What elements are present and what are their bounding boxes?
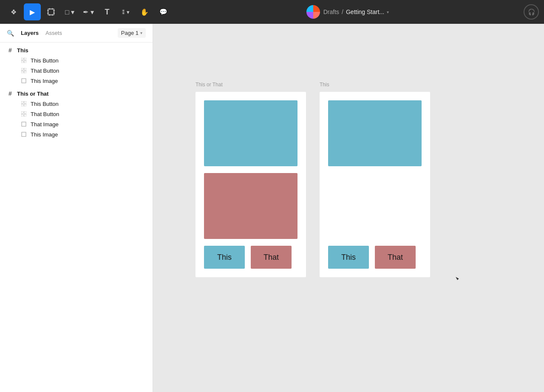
toolbar-right: 🎧 — [524, 4, 539, 20]
grid-icon-2 — [20, 67, 27, 74]
select-tool-button[interactable]: ▶ — [24, 3, 41, 20]
rect-icon-3 — [20, 131, 27, 138]
grid-icon-1 — [20, 57, 27, 64]
page-chevron: ▾ — [140, 31, 142, 35]
canvas[interactable]: This or That This That This Th — [153, 24, 544, 392]
component-set-button[interactable]: ⁑ ▾ — [117, 3, 134, 20]
frame-this-or-that-label: This or That — [196, 82, 223, 88]
search-icon[interactable]: 🔍 — [7, 30, 14, 37]
component-tool-button[interactable]: ❖ — [5, 3, 22, 20]
canvas-content: This or That This That This Th — [196, 92, 430, 277]
layer-group-this-or-that[interactable]: # This or That — [0, 88, 153, 99]
frame-this-or-that-wrapper: This or That This That — [196, 92, 306, 277]
comment-tool-button[interactable]: 💬 — [155, 3, 172, 20]
svg-rect-15 — [21, 71, 23, 73]
buttons-row-1: This That — [204, 246, 298, 269]
layer-group-this-or-that-label: This or That — [17, 91, 48, 97]
pink-rect-1 — [204, 173, 298, 239]
svg-rect-16 — [24, 71, 26, 73]
svg-rect-20 — [21, 104, 23, 106]
svg-rect-25 — [24, 114, 26, 116]
grid-icon-3 — [20, 100, 27, 107]
blue-rect-2 — [328, 100, 422, 166]
layer-this-button-2-label: This Button — [31, 101, 59, 107]
layer-that-button-1-label: That Button — [31, 68, 59, 74]
layer-that-button-1[interactable]: That Button — [0, 65, 153, 76]
layer-this-button-1[interactable]: This Button — [0, 55, 153, 65]
text-tool-button[interactable]: T — [99, 3, 116, 20]
toolbar: ❖ ▶ □ ▾ ✒ ▾ T ⁑ ▾ ✋ 💬 Drafts / Getting S… — [0, 0, 544, 24]
page-selector[interactable]: Page 1 ▾ — [118, 28, 146, 38]
svg-rect-27 — [22, 132, 26, 136]
breadcrumb-area: Drafts / Getting Start... ▾ — [306, 5, 389, 19]
layer-group-this-label: This — [17, 47, 28, 54]
breadcrumb: Drafts / Getting Start... ▾ — [323, 9, 389, 15]
main-area: 🔍 Layers Assets Page 1 ▾ # This This But… — [0, 24, 544, 392]
svg-rect-11 — [21, 61, 23, 63]
layer-this-button-1-label: This Button — [31, 57, 59, 64]
layer-that-button-2[interactable]: That Button — [0, 109, 153, 119]
svg-rect-18 — [21, 101, 23, 103]
svg-rect-26 — [22, 122, 26, 126]
breadcrumb-chevron[interactable]: ▾ — [387, 10, 389, 14]
sidebar-header: 🔍 Layers Assets Page 1 ▾ — [0, 24, 153, 43]
breadcrumb-drafts[interactable]: Drafts — [323, 9, 339, 15]
hash-icon-this: # — [7, 47, 14, 54]
headphones-button[interactable]: 🎧 — [524, 4, 539, 20]
svg-rect-22 — [21, 111, 23, 114]
that-button-frame2[interactable]: That — [375, 246, 416, 269]
buttons-row-2: This That — [328, 246, 422, 269]
svg-rect-21 — [24, 104, 26, 106]
frame-this-wrapper: This This That — [320, 92, 430, 277]
rect-icon-1 — [20, 77, 27, 84]
rect-icon-2 — [20, 121, 27, 128]
breadcrumb-current[interactable]: Getting Start... — [346, 9, 384, 15]
layers-panel: # This This Button That Button This Ima — [0, 43, 153, 142]
layer-group-this[interactable]: # This — [0, 45, 153, 55]
this-button-frame2[interactable]: This — [328, 246, 369, 269]
grid-icon-4 — [20, 111, 27, 117]
svg-rect-9 — [21, 58, 23, 60]
frame-this-or-that[interactable]: This That — [196, 92, 306, 277]
svg-rect-19 — [24, 101, 26, 103]
layer-this-image-1-label: This Image — [31, 78, 58, 84]
sidebar: 🔍 Layers Assets Page 1 ▾ # This This But… — [0, 24, 153, 392]
layer-this-image-2[interactable]: This Image — [0, 129, 153, 139]
tab-layers[interactable]: Layers — [21, 28, 39, 38]
svg-rect-13 — [21, 68, 23, 70]
layer-this-image-1[interactable]: This Image — [0, 76, 153, 86]
frame-tool-button[interactable] — [42, 3, 60, 20]
this-button-frame1[interactable]: This — [204, 246, 245, 269]
svg-rect-14 — [24, 68, 26, 70]
layer-this-image-2-label: This Image — [31, 131, 58, 138]
layer-that-image[interactable]: That Image — [0, 119, 153, 129]
frame-this-label: This — [320, 82, 329, 88]
breadcrumb-sep: / — [342, 9, 343, 15]
cursor — [454, 275, 459, 281]
svg-rect-24 — [21, 114, 23, 116]
figma-logo — [306, 5, 320, 19]
hand-tool-button[interactable]: ✋ — [136, 3, 153, 20]
pen-tool-button[interactable]: ✒ ▾ — [80, 3, 97, 20]
layer-this-button-2[interactable]: This Button — [0, 99, 153, 109]
page-label: Page 1 — [121, 30, 139, 36]
svg-rect-23 — [24, 111, 26, 114]
empty-space — [328, 173, 422, 239]
layer-that-button-2-label: That Button — [31, 111, 59, 117]
that-button-frame1[interactable]: That — [251, 246, 292, 269]
svg-rect-10 — [24, 58, 26, 60]
shape-tool-button[interactable]: □ ▾ — [61, 3, 78, 20]
svg-rect-17 — [22, 79, 26, 83]
hash-icon-this-or-that: # — [7, 90, 14, 97]
svg-rect-12 — [24, 61, 26, 63]
layer-that-image-label: That Image — [31, 121, 59, 128]
blue-rect-1 — [204, 100, 298, 166]
tab-assets[interactable]: Assets — [45, 28, 62, 38]
frame-this[interactable]: This That — [320, 92, 430, 277]
svg-rect-0 — [48, 9, 54, 15]
